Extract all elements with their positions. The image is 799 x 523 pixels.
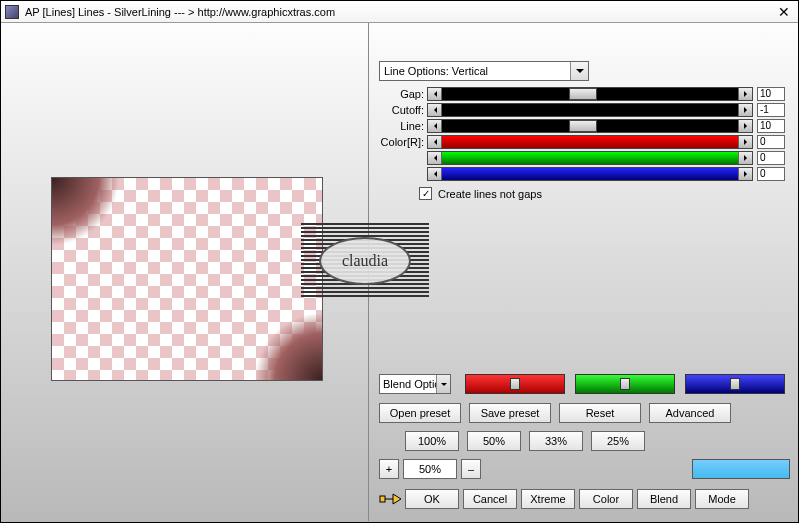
line-label: Line: [379, 120, 427, 132]
color-r-label: Color[R]: [379, 136, 427, 148]
blend-blue-slider[interactable] [685, 374, 785, 394]
pct-50-button[interactable]: 50% [467, 431, 521, 451]
line-options-value: Line Options: Vertical [384, 65, 488, 77]
blend-button[interactable]: Blend [637, 489, 691, 509]
open-preset-button[interactable]: Open preset [379, 403, 461, 423]
pointer-icon [379, 489, 403, 509]
arrow-right-icon[interactable] [738, 152, 752, 164]
arrow-left-icon[interactable] [428, 136, 442, 148]
zoom-in-button[interactable]: + [379, 459, 399, 479]
color-button[interactable]: Color [579, 489, 633, 509]
xtreme-button[interactable]: Xtreme [521, 489, 575, 509]
vertical-divider [368, 23, 369, 521]
zoom-out-button[interactable]: – [461, 459, 481, 479]
cancel-button[interactable]: Cancel [463, 489, 517, 509]
slider-handle[interactable] [730, 378, 740, 390]
zoom-value[interactable]: 50% [403, 459, 457, 479]
window-title: AP [Lines] Lines - SilverLining --- > ht… [25, 6, 774, 18]
app-icon [5, 5, 19, 19]
arrow-right-icon[interactable] [738, 168, 752, 180]
gap-value[interactable]: 10 [757, 87, 785, 101]
gap-label: Gap: [379, 88, 427, 100]
cutoff-slider[interactable] [427, 103, 753, 117]
arrow-left-icon[interactable] [428, 168, 442, 180]
color-g-value[interactable]: 0 [757, 151, 785, 165]
cutoff-value[interactable]: -1 [757, 103, 785, 117]
line-slider[interactable] [427, 119, 753, 133]
arrow-right-icon[interactable] [738, 104, 752, 116]
blend-red-slider[interactable] [465, 374, 565, 394]
slider-handle[interactable] [510, 378, 520, 390]
arrow-right-icon[interactable] [738, 88, 752, 100]
color-swatch[interactable] [692, 459, 790, 479]
pct-100-button[interactable]: 100% [405, 431, 459, 451]
create-lines-label: Create lines not gaps [438, 188, 542, 200]
ok-button[interactable]: OK [405, 489, 459, 509]
color-b-slider[interactable] [427, 167, 753, 181]
chevron-down-icon [436, 375, 450, 393]
arrow-right-icon[interactable] [738, 120, 752, 132]
preview-shade [256, 314, 322, 380]
preview-shade [52, 178, 118, 244]
line-value[interactable]: 10 [757, 119, 785, 133]
create-lines-checkbox-row: ✓ Create lines not gaps [419, 187, 542, 200]
blend-green-slider[interactable] [575, 374, 675, 394]
cutoff-label: Cutoff: [379, 104, 427, 116]
chevron-down-icon [570, 62, 588, 80]
svg-rect-0 [380, 496, 385, 502]
mode-button[interactable]: Mode [695, 489, 749, 509]
arrow-left-icon[interactable] [428, 104, 442, 116]
preview-canvas [51, 177, 323, 381]
arrow-left-icon[interactable] [428, 152, 442, 164]
save-preset-button[interactable]: Save preset [469, 403, 551, 423]
blend-options-select[interactable]: Blend Options [379, 374, 451, 394]
title-bar: AP [Lines] Lines - SilverLining --- > ht… [1, 1, 798, 23]
slider-handle[interactable] [620, 378, 630, 390]
color-r-slider[interactable] [427, 135, 753, 149]
advanced-button[interactable]: Advanced [649, 403, 731, 423]
color-g-slider[interactable] [427, 151, 753, 165]
create-lines-checkbox[interactable]: ✓ [419, 187, 432, 200]
color-b-value[interactable]: 0 [757, 167, 785, 181]
arrow-left-icon[interactable] [428, 120, 442, 132]
gap-slider[interactable] [427, 87, 753, 101]
arrow-right-icon[interactable] [738, 136, 752, 148]
reset-button[interactable]: Reset [559, 403, 641, 423]
controls-panel: Line Options: Vertical Gap: 10 Cutoff: [379, 23, 792, 523]
arrow-left-icon[interactable] [428, 88, 442, 100]
line-options-select[interactable]: Line Options: Vertical [379, 61, 589, 81]
color-r-value[interactable]: 0 [757, 135, 785, 149]
client-area: claudia Line Options: Vertical Gap: 10 C… [1, 23, 798, 523]
parameters: Gap: 10 Cutoff: -1 Line: [379, 86, 785, 182]
pct-25-button[interactable]: 25% [591, 431, 645, 451]
pct-33-button[interactable]: 33% [529, 431, 583, 451]
close-icon[interactable]: ✕ [774, 4, 794, 20]
